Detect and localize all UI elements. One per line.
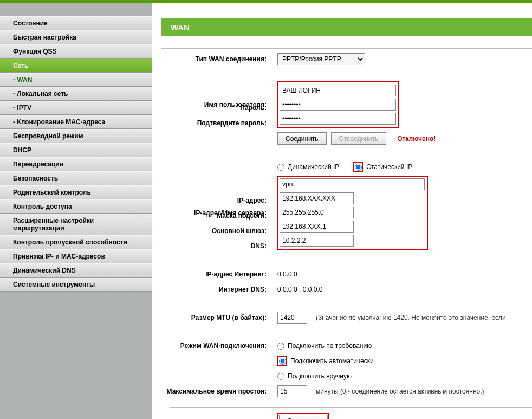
disconnect-button[interactable]: Отсоединить	[331, 132, 387, 145]
mask-label: Маска подсети:	[161, 212, 277, 220]
sidebar-item-quicksetup[interactable]: Быстрая настройка	[0, 30, 152, 44]
sidebar-item-status[interactable]: Состояние	[0, 16, 152, 30]
sidebar-item-network[interactable]: Сеть	[0, 59, 152, 73]
ip-label: IP-адрес:	[161, 197, 277, 204]
mtu-note: (Значение по умолчанию 1420. Не меняйте …	[316, 314, 506, 321]
confirm-label: Подтвердите пароль:	[161, 119, 277, 127]
idle-note: минуты (0 - соединение остается активным…	[316, 388, 484, 395]
inet-ip-value: 0.0.0.0	[277, 270, 297, 278]
layout-container: Состояние Быстрая настройка Функция QSS …	[0, 3, 532, 419]
sidebar-item-bandwidth[interactable]: Контроль пропускной способности	[0, 235, 152, 249]
sidebar-item-security[interactable]: Безопасность	[0, 171, 152, 185]
sidebar-item-dhcp[interactable]: DHCP	[0, 143, 152, 157]
inet-ip-label: IP-адрес Интернет:	[161, 270, 277, 278]
sidebar-item-routing[interactable]: Расширенные настройки маршрутизации	[0, 214, 152, 235]
sidebar-item-ipmac[interactable]: Привязка IP- и MAC-адресов	[0, 249, 152, 263]
dynamic-ip-label: Динамический IP	[288, 163, 339, 171]
wan-mode-label: Режим WAN-подключения:	[161, 342, 277, 350]
confirm-password-input[interactable]	[280, 113, 396, 125]
wan-mode-demand-radio[interactable]	[277, 343, 284, 350]
dns-input[interactable]	[280, 235, 354, 247]
mtu-label: Размер MTU (в байтах):	[161, 314, 277, 321]
sidebar-item-access[interactable]: Контроль доступа	[0, 199, 152, 214]
sidebar-item-lan[interactable]: - Локальная сеть	[0, 87, 152, 101]
idle-input[interactable]	[277, 385, 307, 397]
sidebar-item-macclone[interactable]: - Клонирование MAC-адреса	[0, 115, 152, 129]
wan-mode-manual-label: Подключить вручную	[288, 372, 352, 380]
inet-dns-value: 0.0.0.0 , 0.0.0.0	[277, 286, 322, 293]
password-input[interactable]	[280, 99, 396, 111]
wan-mode-demand-label: Подключить по требованию	[288, 342, 372, 350]
sidebar-item-wan[interactable]: - WAN	[0, 73, 152, 87]
server-input[interactable]	[280, 178, 425, 190]
gateway-input[interactable]	[280, 221, 354, 233]
password-label: Пароль:	[161, 104, 277, 112]
sidebar-item-system[interactable]: Системные инструменты	[0, 278, 152, 292]
sidebar-nav: Состояние Быстрая настройка Функция QSS …	[0, 3, 152, 419]
dns-label: DNS:	[161, 242, 277, 250]
wan-form: Тип WAN соединения: PPTP/Россия PPTP Имя…	[161, 53, 532, 419]
sidebar-item-ddns[interactable]: Динамический DNS	[0, 263, 152, 278]
ip-input[interactable]	[280, 192, 354, 204]
static-ip-radio[interactable]	[355, 164, 362, 171]
sidebar-item-forwarding[interactable]: Переадресация	[0, 157, 152, 171]
sidebar-item-qss[interactable]: Функция QSS	[0, 44, 152, 59]
connection-status: Отключено!	[397, 135, 436, 143]
inet-dns-label: Интернет DNS:	[161, 286, 277, 293]
wan-mode-manual-radio[interactable]	[277, 373, 284, 380]
conn-type-select[interactable]: PPTP/Россия PPTP	[277, 53, 365, 65]
idle-label: Максимальное время простоя:	[161, 388, 277, 395]
divider	[161, 48, 532, 49]
static-ip-label: Статический IP	[366, 163, 412, 171]
mask-input[interactable]	[280, 207, 354, 218]
save-button[interactable]: Сохранить	[279, 415, 328, 419]
connect-button[interactable]: Соединить	[277, 132, 327, 145]
wan-mode-auto-label: Подключить автоматически	[290, 357, 374, 365]
wan-mode-auto-radio[interactable]	[279, 358, 286, 365]
sidebar-item-iptv[interactable]: - IPTV	[0, 101, 152, 115]
page-title: WAN	[161, 18, 532, 36]
mtu-input[interactable]	[277, 312, 307, 324]
sidebar-item-wireless[interactable]: Беспроводной режим	[0, 129, 152, 143]
gateway-label: Основной шлюз:	[161, 227, 277, 235]
main-content: WAN Тип WAN соединения: PPTP/Россия PPTP…	[152, 3, 532, 419]
conn-type-label: Тип WAN соединения:	[161, 55, 277, 63]
username-input[interactable]	[280, 85, 396, 96]
sidebar-item-parental[interactable]: Родительский контроль	[0, 185, 152, 199]
dynamic-ip-radio[interactable]	[277, 164, 284, 171]
